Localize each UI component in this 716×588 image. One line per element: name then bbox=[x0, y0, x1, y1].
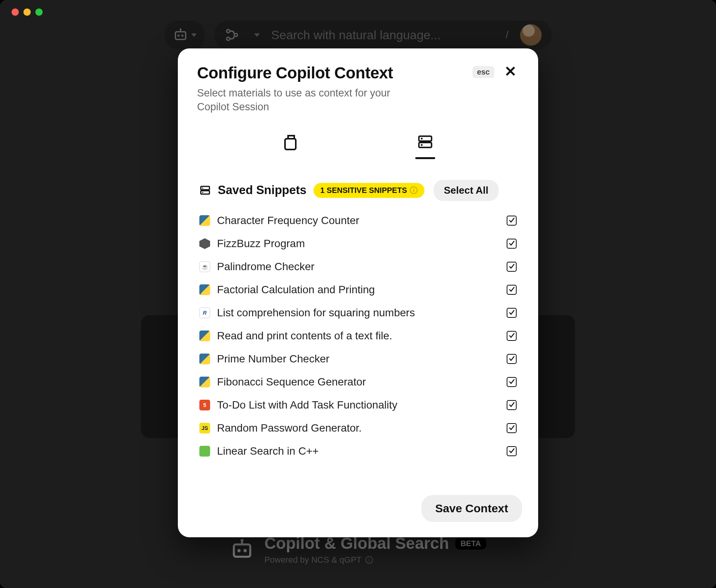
svg-point-12 bbox=[240, 539, 243, 541]
files-icon bbox=[282, 133, 300, 152]
svg-point-19 bbox=[202, 188, 203, 189]
snippet-label: Fibonacci Sequence Generator bbox=[217, 376, 500, 388]
snippet-row[interactable]: Fibonacci Sequence Generator bbox=[199, 371, 517, 393]
minimize-window-button[interactable] bbox=[23, 8, 31, 16]
r-file-icon: R bbox=[199, 307, 210, 318]
tab-snippets[interactable] bbox=[408, 130, 443, 164]
snippet-label: List comprehension for squaring numbers bbox=[217, 307, 500, 319]
svg-rect-8 bbox=[234, 545, 250, 557]
beta-badge: BETA bbox=[455, 538, 486, 550]
esc-key-hint: esc bbox=[472, 66, 494, 78]
snippet-checkbox[interactable] bbox=[507, 308, 517, 318]
info-icon[interactable]: i bbox=[365, 556, 373, 564]
js-file-icon: JS bbox=[199, 423, 210, 434]
snippet-row[interactable]: Linear Search in C++ bbox=[199, 440, 517, 462]
sensitive-badge[interactable]: 1 SENSITIVE SNIPPETS i bbox=[313, 183, 425, 198]
background-heading: Copilot & Global Search BETA Powered by … bbox=[230, 534, 486, 565]
cpp-file-icon bbox=[199, 446, 210, 457]
snippet-checkbox[interactable] bbox=[507, 377, 517, 387]
svg-point-10 bbox=[244, 549, 247, 552]
snippet-row[interactable]: ☕Palindrome Checker bbox=[199, 256, 517, 278]
modal-subtitle: Select materials to use as context for y… bbox=[197, 86, 412, 114]
section-header: Saved Snippets 1 SENSITIVE SNIPPETS i Se… bbox=[178, 164, 538, 207]
svg-point-1 bbox=[177, 35, 179, 37]
snippet-label: Prime Number Checker bbox=[217, 353, 500, 365]
maximize-window-button[interactable] bbox=[35, 8, 43, 16]
snippet-label: Factorial Calculation and Printing bbox=[217, 284, 500, 296]
snippet-row[interactable]: Read and print contents of a text file. bbox=[199, 325, 517, 347]
svg-point-5 bbox=[227, 30, 230, 33]
svg-rect-0 bbox=[176, 32, 186, 40]
info-icon: i bbox=[410, 186, 418, 194]
py-file-icon bbox=[199, 331, 210, 341]
snippet-row[interactable]: JSRandom Password Generator. bbox=[199, 417, 517, 439]
py-file-icon bbox=[199, 284, 210, 295]
py-file-icon bbox=[199, 354, 210, 364]
branching-icon bbox=[224, 27, 240, 43]
snippet-label: Palindrome Checker bbox=[217, 261, 500, 273]
modal-footer: Save Context bbox=[178, 483, 538, 537]
window-controls bbox=[12, 8, 43, 16]
search-placeholder: Search with natural language... bbox=[271, 28, 441, 42]
svg-point-9 bbox=[237, 549, 241, 552]
close-window-button[interactable] bbox=[12, 8, 19, 16]
snippet-checkbox[interactable] bbox=[507, 262, 517, 272]
top-bar: Search with natural language... / bbox=[164, 20, 552, 50]
search-bar[interactable]: Search with natural language... / bbox=[214, 20, 552, 50]
snippet-row[interactable]: FizzBuzz Program bbox=[199, 233, 517, 255]
svg-point-6 bbox=[227, 37, 230, 40]
modal-header: Configure Copilot Context Select materia… bbox=[178, 48, 538, 122]
svg-point-4 bbox=[180, 28, 182, 30]
chevron-down-icon bbox=[254, 33, 260, 37]
select-all-button[interactable]: Select All bbox=[434, 180, 498, 201]
snippet-checkbox[interactable] bbox=[507, 239, 517, 249]
snippet-row[interactable]: RList comprehension for squaring numbers bbox=[199, 302, 517, 324]
svg-rect-17 bbox=[201, 186, 210, 190]
snippet-checkbox[interactable] bbox=[507, 285, 517, 295]
svg-point-15 bbox=[421, 138, 423, 140]
list-fade bbox=[178, 460, 538, 483]
svg-point-16 bbox=[421, 144, 423, 146]
robot-icon bbox=[173, 27, 188, 43]
server-icon bbox=[417, 133, 434, 150]
snippet-label: Linear Search in C++ bbox=[217, 445, 500, 457]
java-file-icon: ☕ bbox=[199, 261, 210, 272]
feature-subtitle: Powered by NCS & qGPT bbox=[264, 555, 361, 565]
avatar[interactable] bbox=[520, 24, 542, 46]
modal-title: Configure Copilot Context bbox=[197, 64, 465, 82]
tab-bar bbox=[178, 122, 538, 164]
snippet-checkbox[interactable] bbox=[507, 354, 517, 364]
snippet-row[interactable]: Factorial Calculation and Printing bbox=[199, 279, 517, 301]
snippet-checkbox[interactable] bbox=[507, 423, 517, 433]
snippet-label: To-Do List with Add Task Functionality bbox=[217, 399, 500, 411]
close-button[interactable]: ✕ bbox=[502, 63, 519, 80]
save-context-button[interactable]: Save Context bbox=[421, 495, 522, 522]
svg-point-20 bbox=[202, 192, 203, 193]
snippet-label: Random Password Generator. bbox=[217, 422, 500, 434]
robot-icon bbox=[230, 537, 254, 562]
snippet-checkbox[interactable] bbox=[507, 400, 517, 410]
svg-point-7 bbox=[234, 33, 237, 37]
shortcut-hint: / bbox=[506, 29, 509, 41]
snippet-checkbox[interactable] bbox=[507, 331, 517, 341]
snippet-label: Read and print contents of a text file. bbox=[217, 330, 500, 342]
chevron-down-icon bbox=[191, 33, 197, 37]
tab-files[interactable] bbox=[273, 130, 309, 164]
snippet-row[interactable]: 5To-Do List with Add Task Functionality bbox=[199, 394, 517, 416]
snippet-checkbox[interactable] bbox=[507, 216, 517, 226]
svg-rect-18 bbox=[201, 191, 210, 194]
server-icon bbox=[199, 184, 211, 196]
snippet-label: Character Frequency Counter bbox=[217, 214, 500, 227]
snippet-label: FizzBuzz Program bbox=[217, 238, 500, 250]
snippet-row[interactable]: Character Frequency Counter bbox=[199, 209, 517, 232]
html-file-icon: 5 bbox=[199, 400, 210, 410]
sensitive-count-label: 1 SENSITIVE SNIPPETS bbox=[320, 186, 407, 195]
py-file-icon bbox=[199, 215, 210, 226]
copilot-mode-button[interactable] bbox=[164, 20, 206, 50]
svg-rect-13 bbox=[419, 136, 431, 141]
snippet-row[interactable]: Prime Number Checker bbox=[199, 348, 517, 370]
py-file-icon bbox=[199, 377, 210, 387]
svg-point-2 bbox=[181, 35, 183, 37]
section-title: Saved Snippets bbox=[218, 183, 307, 197]
snippet-checkbox[interactable] bbox=[507, 446, 517, 456]
